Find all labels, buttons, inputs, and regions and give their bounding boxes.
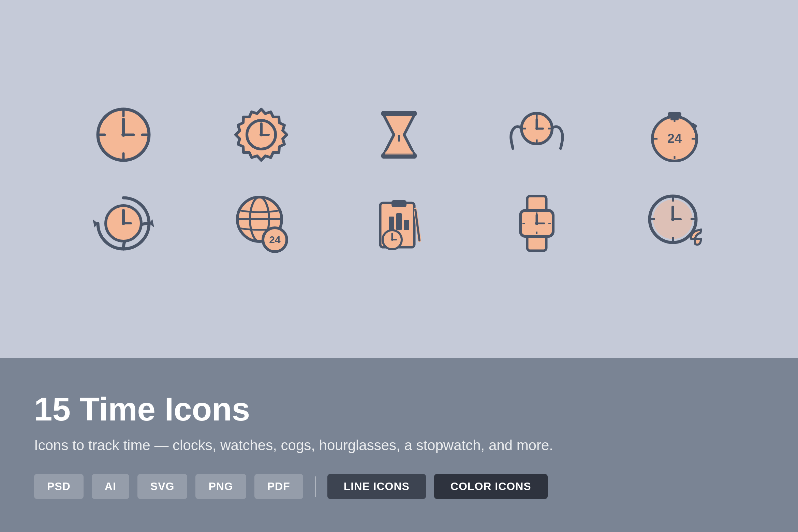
subtitle: Icons to track time — clocks, watches, c… bbox=[34, 437, 764, 454]
icon-hands-clock bbox=[482, 101, 592, 169]
icons-grid: 24 bbox=[0, 80, 798, 278]
icon-wristwatch bbox=[482, 189, 592, 257]
icon-clock bbox=[68, 101, 179, 169]
svg-rect-47 bbox=[396, 213, 402, 230]
icon-clock-alarm bbox=[619, 189, 730, 257]
divider bbox=[315, 476, 316, 497]
svg-point-54 bbox=[391, 239, 393, 241]
icon-circular-clock bbox=[68, 189, 179, 257]
line-icons-button[interactable]: LINE ICONS bbox=[327, 474, 426, 499]
svg-rect-45 bbox=[391, 200, 407, 207]
svg-point-38 bbox=[122, 222, 125, 225]
icon-stopwatch-24: 24 bbox=[619, 101, 730, 169]
badge-pdf[interactable]: PDF bbox=[254, 474, 303, 499]
icon-gear-clock bbox=[206, 101, 316, 169]
badge-svg[interactable]: SVG bbox=[137, 474, 188, 499]
svg-text:24: 24 bbox=[667, 131, 682, 146]
svg-point-64 bbox=[535, 222, 538, 225]
icon-clipboard-clock bbox=[344, 189, 454, 257]
icon-hourglass bbox=[344, 101, 454, 169]
title: 15 Time Icons bbox=[34, 391, 764, 427]
badge-png[interactable]: PNG bbox=[195, 474, 246, 499]
svg-rect-26 bbox=[668, 112, 681, 116]
bottom-section: 15 Time Icons Icons to track time — cloc… bbox=[0, 358, 798, 532]
svg-text:24: 24 bbox=[269, 234, 281, 245]
icon-globe-24: 24 bbox=[206, 189, 316, 257]
icons-section: 24 bbox=[0, 0, 798, 358]
badge-psd[interactable]: PSD bbox=[34, 474, 84, 499]
svg-rect-48 bbox=[404, 220, 409, 230]
svg-point-8 bbox=[121, 133, 125, 137]
svg-rect-46 bbox=[389, 217, 394, 230]
badge-ai[interactable]: AI bbox=[92, 474, 129, 499]
badges-row: PSD AI SVG PNG PDF LINE ICONS COLOR ICON… bbox=[34, 474, 764, 499]
svg-rect-13 bbox=[381, 111, 417, 116]
svg-point-12 bbox=[260, 133, 263, 136]
color-icons-button[interactable]: COLOR ICONS bbox=[434, 474, 548, 499]
svg-point-19 bbox=[535, 127, 538, 130]
svg-point-73 bbox=[671, 218, 675, 221]
